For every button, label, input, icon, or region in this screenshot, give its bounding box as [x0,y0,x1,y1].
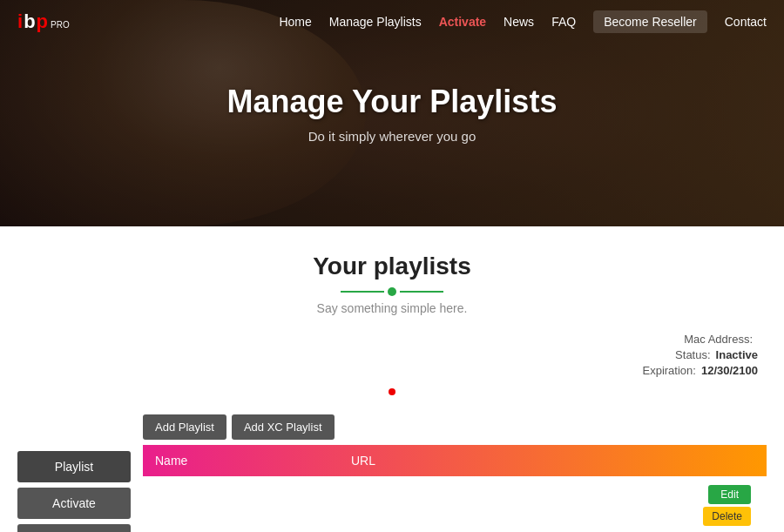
nav-faq[interactable]: FAQ [551,15,576,29]
table-row: Edit Delete [143,476,767,532]
section-title: Your playlists [17,253,767,280]
main-content: Your playlists Say something simple here… [0,226,784,532]
col-actions [507,445,767,476]
status-label: Status: [675,348,710,361]
hero-subtitle: Do it simply wherever you go [227,129,558,144]
logo-pro: PRO [51,20,70,30]
add-playlist-btn[interactable]: Add Playlist [143,414,226,440]
divider-dot [388,287,396,296]
row-url [339,476,507,532]
logo: ibp PRO [17,10,70,33]
sidebar-playlist-btn[interactable]: Playlist [17,451,131,482]
red-dot [389,388,395,395]
table-toolbar: Add Playlist Add XC Playlist [143,414,767,440]
nav-manage-playlists[interactable]: Manage Playlists [329,15,422,29]
table-header: Name URL [143,445,767,476]
sidebar-logout-btn[interactable]: ➜ Logout [17,524,131,532]
mac-label: Mac Address: [684,333,753,346]
edit-button[interactable]: Edit [708,485,751,504]
divider-line-right [400,291,443,293]
nav-contact[interactable]: Contact [725,15,767,29]
status-value: Inactive [716,348,758,361]
nav-news[interactable]: News [504,15,534,29]
section-divider [17,287,767,296]
navbar: ibp PRO Home Manage Playlists Activate N… [0,0,784,44]
add-xc-playlist-btn[interactable]: Add XC Playlist [232,414,335,440]
playlist-table: Name URL Edit Delete [143,445,767,532]
section-heading: Your playlists [17,253,767,280]
nav-links: Home Manage Playlists Activate News FAQ … [279,10,767,33]
nav-become-reseller[interactable]: Become Reseller [593,10,707,33]
red-dot-wrap [17,388,767,407]
expiration-value: 12/30/2100 [701,364,758,377]
delete-button[interactable]: Delete [703,507,751,526]
mac-row: Mac Address: [684,333,758,346]
hero-content: Manage Your Playlists Do it simply where… [227,84,558,144]
action-buttons: Edit Delete [519,485,754,526]
section-subtitle: Say something simple here. [17,301,767,315]
playlist-layout: Playlist Activate ➜ Logout Add Playlist … [17,414,767,532]
col-name: Name [143,445,339,476]
col-url: URL [339,445,507,476]
status-row: Status: Inactive [675,348,758,361]
table-area: Add Playlist Add XC Playlist Name URL [143,414,767,532]
expiration-row: Expiration: 12/30/2100 [643,364,759,377]
divider-line-left [341,291,384,293]
nav-home[interactable]: Home [279,15,311,29]
row-actions: Edit Delete [507,476,767,532]
hero-title: Manage Your Playlists [227,84,558,120]
sidebar-activate-btn[interactable]: Activate [17,488,131,519]
expiration-label: Expiration: [643,364,696,377]
info-area: Mac Address: Status: Inactive Expiration… [17,333,767,380]
nav-activate[interactable]: Activate [439,15,486,29]
row-name [143,476,339,532]
table-body: Edit Delete [143,476,767,532]
sidebar: Playlist Activate ➜ Logout [17,451,131,532]
table-header-row: Name URL [143,445,767,476]
logo-text: ibp [17,10,49,33]
